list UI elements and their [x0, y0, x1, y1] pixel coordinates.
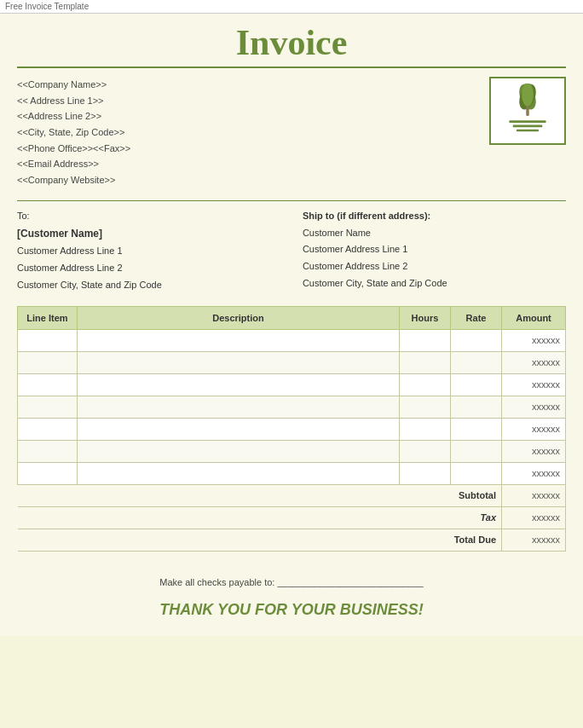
cell-rate-4 — [451, 396, 502, 418]
shipping-address2: Customer Address Line 2 — [303, 258, 566, 275]
col-header-amount: Amount — [502, 306, 566, 329]
tax-value: xxxxxx — [502, 506, 566, 529]
cell-lineitem-5 — [18, 418, 78, 440]
cell-hours-3 — [400, 373, 451, 396]
table-row: xxxxxx — [18, 373, 566, 396]
svg-point-2 — [522, 84, 534, 107]
col-header-lineitem: Line Item — [18, 306, 78, 329]
cell-hours-1 — [400, 329, 451, 351]
cell-rate-1 — [451, 329, 502, 351]
billing-divider-top — [17, 200, 566, 201]
tax-row: Tax xxxxxx — [18, 506, 566, 529]
cell-amount-6: xxxxxx — [502, 440, 566, 462]
col-header-rate: Rate — [451, 306, 502, 329]
cell-rate-5 — [451, 418, 502, 440]
company-address1: << Address Line 1>> — [17, 93, 130, 109]
company-email: <<Email Address>> — [17, 156, 130, 172]
cell-desc-1 — [78, 329, 400, 351]
subtotal-value: xxxxxx — [502, 484, 566, 506]
total-due-label: Total Due — [18, 529, 502, 551]
billing-city: Customer City, State and Zip Code — [17, 277, 280, 294]
footer-section: Make all checks payable to: ____________… — [17, 577, 566, 619]
table-row: xxxxxx — [18, 351, 566, 373]
shipping-city: Customer City, State and Zip Code — [303, 275, 566, 292]
billing-section: To: [Customer Name] Customer Address Lin… — [17, 208, 566, 294]
cell-lineitem-2 — [18, 351, 78, 373]
subtotal-row: Subtotal xxxxxx — [18, 484, 566, 506]
col-header-description: Description — [78, 306, 400, 329]
company-city: <<City, State, Zip Code>> — [17, 124, 130, 141]
table-row: xxxxxx — [18, 462, 566, 484]
top-section: <<Company Name>> << Address Line 1>> <<A… — [17, 77, 566, 188]
payable-line: Make all checks payable to: ____________… — [17, 577, 566, 587]
invoice-title: Invoice — [17, 22, 566, 63]
cell-desc-5 — [78, 418, 400, 440]
table-row: xxxxxx — [18, 396, 566, 418]
watermark-bar: Free Invoice Template — [0, 0, 583, 14]
header-divider — [17, 66, 566, 68]
cell-lineitem-1 — [18, 329, 78, 351]
cell-amount-3: xxxxxx — [502, 373, 566, 396]
invoice-table: Line Item Description Hours Rate Amount … — [17, 306, 566, 552]
table-row: xxxxxx — [18, 440, 566, 462]
cell-rate-6 — [451, 440, 502, 462]
cell-hours-7 — [400, 462, 451, 484]
cell-amount-1: xxxxxx — [502, 329, 566, 351]
page: Invoice <<Company Name>> << Address Line… — [0, 14, 583, 636]
cell-lineitem-4 — [18, 396, 78, 418]
col-header-hours: Hours — [400, 306, 451, 329]
total-due-value: xxxxxx — [502, 529, 566, 551]
cell-rate-2 — [451, 351, 502, 373]
watermark-text: Free Invoice Template — [5, 2, 89, 11]
cell-desc-2 — [78, 351, 400, 373]
to-label: To: — [17, 208, 280, 225]
cell-hours-4 — [400, 396, 451, 418]
billing-customer-name: [Customer Name] — [17, 225, 280, 244]
cell-lineitem-3 — [18, 373, 78, 396]
billing-address2: Customer Address Line 2 — [17, 260, 280, 277]
shipping-customer-name: Customer Name — [303, 225, 566, 242]
logo-box — [489, 77, 566, 145]
cell-hours-6 — [400, 440, 451, 462]
cell-lineitem-6 — [18, 440, 78, 462]
shipping-address1: Customer Address Line 1 — [303, 241, 566, 258]
shipping-col: Ship to (if different address): Customer… — [303, 208, 566, 294]
company-website: <<Company Website>> — [17, 172, 130, 188]
logo-icon — [498, 84, 557, 139]
table-row: xxxxxx — [18, 329, 566, 351]
cell-desc-3 — [78, 373, 400, 396]
billing-address1: Customer Address Line 1 — [17, 243, 280, 260]
company-info: <<Company Name>> << Address Line 1>> <<A… — [17, 77, 130, 188]
svg-rect-5 — [513, 124, 543, 127]
total-due-row: Total Due xxxxxx — [18, 529, 566, 551]
tax-label: Tax — [18, 506, 502, 529]
cell-rate-7 — [451, 462, 502, 484]
company-phone: <<Phone Office>><<Fax>> — [17, 141, 130, 157]
cell-amount-7: xxxxxx — [502, 462, 566, 484]
billing-col: To: [Customer Name] Customer Address Lin… — [17, 208, 280, 294]
thank-you-message: THANK YOU FOR YOUR BUSINESS! — [17, 601, 566, 619]
company-address2: <<Address Line 2>> — [17, 108, 130, 124]
table-row: xxxxxx — [18, 418, 566, 440]
company-name: <<Company Name>> — [17, 77, 130, 93]
cell-amount-5: xxxxxx — [502, 418, 566, 440]
svg-rect-3 — [526, 106, 528, 116]
ship-to-label: Ship to (if different address): — [303, 208, 566, 225]
cell-desc-7 — [78, 462, 400, 484]
cell-amount-2: xxxxxx — [502, 351, 566, 373]
svg-rect-4 — [509, 120, 545, 123]
subtotal-label: Subtotal — [18, 484, 502, 506]
cell-hours-2 — [400, 351, 451, 373]
cell-hours-5 — [400, 418, 451, 440]
svg-rect-6 — [517, 129, 539, 131]
cell-rate-3 — [451, 373, 502, 396]
cell-desc-4 — [78, 396, 400, 418]
cell-amount-4: xxxxxx — [502, 396, 566, 418]
cell-desc-6 — [78, 440, 400, 462]
cell-lineitem-7 — [18, 462, 78, 484]
